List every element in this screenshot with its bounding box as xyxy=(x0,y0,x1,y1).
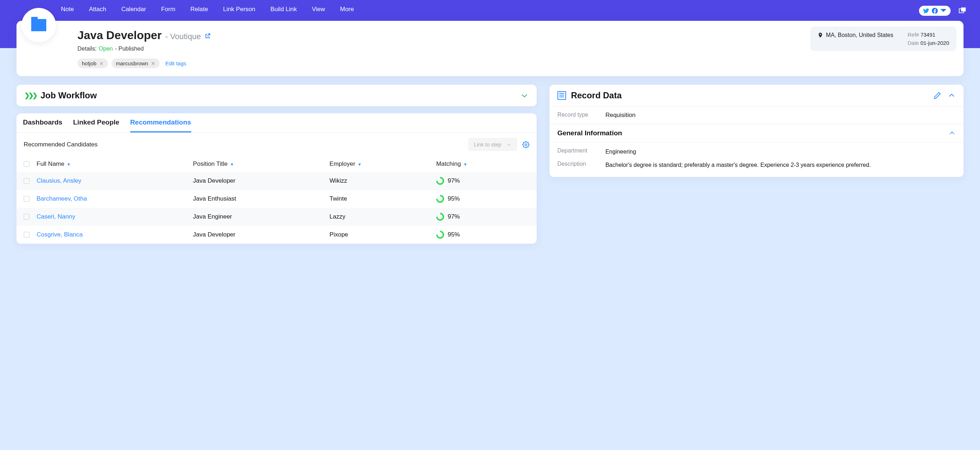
col-position[interactable]: Position Title ▼ xyxy=(189,156,326,172)
rec-toolbar: Recommended Candidates Link to step xyxy=(16,133,537,156)
tab-recommendations[interactable]: Recommendations xyxy=(130,118,191,132)
row-checkbox[interactable] xyxy=(24,214,29,220)
chevron-down-icon xyxy=(940,7,947,14)
copy-windows-icon[interactable] xyxy=(958,7,967,15)
date-label: Date xyxy=(908,40,919,46)
location: MA, Boston, United States xyxy=(818,32,894,39)
table-row: Cosgrive, Blanca Java Developer Pixope 9… xyxy=(16,226,537,244)
status-open: Open xyxy=(99,46,113,52)
sort-caret-icon: ▼ xyxy=(67,162,71,166)
nav-form[interactable]: Form xyxy=(161,6,175,13)
edit-pencil-icon[interactable] xyxy=(933,91,941,99)
record-header: Record Data xyxy=(550,85,964,107)
tags-row: hotjob✕ marcusbrown✕ Edit tags xyxy=(78,59,955,68)
nav-calendar[interactable]: Calendar xyxy=(121,6,146,13)
nav-view[interactable]: View xyxy=(312,6,325,13)
job-workflow-panel: ❯❯❯ Job Workflow xyxy=(16,85,537,106)
dept-value: Engineering xyxy=(606,147,956,156)
external-link-icon[interactable] xyxy=(204,33,211,39)
tag-marcusbrown[interactable]: marcusbrown✕ xyxy=(111,59,160,68)
svg-point-2 xyxy=(525,144,527,145)
record-type-label: Record type xyxy=(557,112,597,119)
match-cell: 95% xyxy=(436,231,533,239)
select-all-checkbox[interactable] xyxy=(24,161,29,167)
close-icon[interactable]: ✕ xyxy=(151,61,155,66)
desc-value: Bachelor's degree is standard; preferabl… xyxy=(606,161,956,169)
chevron-down-icon xyxy=(506,142,512,147)
record-type-value: Requisition xyxy=(606,112,636,119)
tab-dashboards[interactable]: Dashboards xyxy=(23,118,62,132)
chevron-up-icon[interactable] xyxy=(948,129,956,137)
match-percent: 97% xyxy=(448,177,460,184)
nav-more[interactable]: More xyxy=(340,6,354,13)
svg-rect-1 xyxy=(961,8,966,11)
row-checkbox[interactable] xyxy=(24,196,29,202)
table-row: Caseri, Nanny Java Engineer Lazzy 97% xyxy=(16,208,537,226)
employer-cell: Wikizz xyxy=(326,172,433,190)
row-checkbox[interactable] xyxy=(24,232,29,238)
chevron-down-icon[interactable] xyxy=(520,91,529,100)
table-row: Clausius, Ansley Java Developer Wikizz 9… xyxy=(16,172,537,190)
details-label: Details: xyxy=(78,46,97,52)
match-percent: 95% xyxy=(448,195,460,203)
edit-tags-link[interactable]: Edit tags xyxy=(165,60,186,66)
link-to-step-button[interactable]: Link to step xyxy=(468,138,517,151)
nav-note[interactable]: Note xyxy=(61,6,74,13)
location-text: MA, Boston, United States xyxy=(826,32,894,38)
col-employer[interactable]: Employer ▼ xyxy=(326,156,433,172)
sort-caret-icon: ▼ xyxy=(358,162,361,166)
social-share-pill[interactable] xyxy=(919,6,951,16)
candidate-name-link[interactable]: Clausius, Ansley xyxy=(37,177,81,184)
company-name: - Voutique xyxy=(165,32,201,41)
top-nav: Note Attach Calendar Form Relate Link Pe… xyxy=(0,0,980,13)
candidates-panel: Dashboards Linked People Recommendations… xyxy=(16,113,537,244)
candidate-name-link[interactable]: Cosgrive, Blanca xyxy=(37,231,83,238)
progress-ring-icon xyxy=(434,229,445,240)
status-published: - Published xyxy=(115,46,144,52)
position-cell: Java Enthusiast xyxy=(189,190,326,208)
nav-link-person[interactable]: Link Person xyxy=(223,6,255,13)
nav-build-link[interactable]: Build Link xyxy=(270,6,297,13)
workflow-chevrons-icon: ❯❯❯ xyxy=(24,91,36,99)
rec-title: Recommended Candidates xyxy=(24,141,97,148)
ref-date-block: Ref#73491 Date01-jun-2020 xyxy=(908,32,949,46)
chevron-up-icon[interactable] xyxy=(948,91,956,99)
record-type-row: Record type Requisition xyxy=(550,107,964,124)
general-info-title: General Information xyxy=(557,129,622,137)
dept-label: Department xyxy=(557,147,597,156)
row-checkbox[interactable] xyxy=(24,178,29,184)
right-column: Record Data Record type Requisition Gene… xyxy=(550,85,964,177)
col-matching[interactable]: Matching ▼ xyxy=(433,156,537,172)
close-icon[interactable]: ✕ xyxy=(99,61,103,66)
gear-icon[interactable] xyxy=(522,141,530,148)
sort-caret-icon: ▼ xyxy=(230,162,234,166)
tag-label: hotjob xyxy=(82,60,97,66)
page-title: Java Developer xyxy=(78,29,162,42)
facebook-icon xyxy=(931,7,939,14)
twitter-icon xyxy=(923,7,930,14)
ref-value: 73491 xyxy=(920,32,935,38)
match-percent: 95% xyxy=(448,231,460,238)
document-icon xyxy=(557,91,566,100)
table-row: Barchameev, Otha Java Enthusiast Twinte … xyxy=(16,190,537,208)
tag-hotjob[interactable]: hotjob✕ xyxy=(78,59,108,68)
position-cell: Java Engineer xyxy=(189,208,326,226)
tab-linked-people[interactable]: Linked People xyxy=(73,118,119,132)
general-info-body: Department Engineering Description Bache… xyxy=(550,142,964,177)
progress-ring-icon xyxy=(434,193,445,204)
top-right-actions xyxy=(919,6,967,16)
record-data-panel: Record Data Record type Requisition Gene… xyxy=(550,85,964,177)
position-cell: Java Developer xyxy=(189,172,326,190)
general-info-header[interactable]: General Information xyxy=(550,124,964,142)
nav-attach[interactable]: Attach xyxy=(89,6,106,13)
tag-label: marcusbrown xyxy=(116,60,148,66)
workflow-header[interactable]: ❯❯❯ Job Workflow xyxy=(16,85,537,106)
candidate-name-link[interactable]: Caseri, Nanny xyxy=(37,213,75,220)
record-data-title: Record Data xyxy=(571,91,622,101)
date-value: 01-jun-2020 xyxy=(920,40,949,46)
nav-relate[interactable]: Relate xyxy=(191,6,208,13)
match-percent: 97% xyxy=(448,213,460,220)
desc-row: Description Bachelor's degree is standar… xyxy=(557,161,956,169)
col-full-name[interactable]: Full Name ▼ xyxy=(33,156,189,172)
candidate-name-link[interactable]: Barchameev, Otha xyxy=(37,195,87,202)
